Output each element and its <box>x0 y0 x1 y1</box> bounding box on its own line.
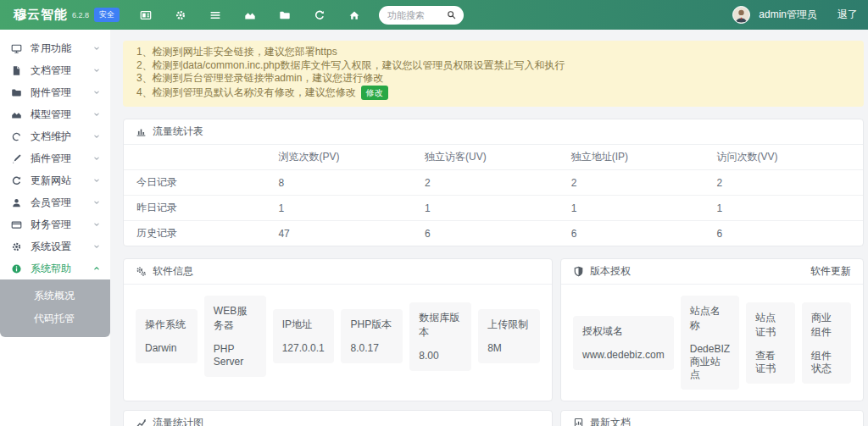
desktop-icon <box>11 43 22 54</box>
version-label: 6.2.8 <box>72 11 89 19</box>
info-label: 操作系统 <box>145 318 188 332</box>
info-label: 站点名称 <box>690 304 730 333</box>
sidebar-item-label: 常用功能 <box>31 41 92 56</box>
chevron-down-icon <box>92 220 101 229</box>
pen-icon <box>11 153 22 164</box>
table-row: 历史记录 47 6 6 6 <box>124 221 863 246</box>
warning-text: 2、检测到data/common.inc.php数据库文件写入权限，建议您以管理… <box>136 59 565 73</box>
table-cell: 2 <box>704 170 863 196</box>
sidebar: 常用功能 文档管理 附件管理 模型管理 文档维护 插件管理 <box>0 30 110 426</box>
table-header-cell: 访问次数(VV) <box>704 145 863 170</box>
gears-icon <box>136 266 147 277</box>
sidebar-item-label: 财务管理 <box>31 218 92 232</box>
license-body: 授权域名 www.dedebiz.com 站点名称 DedeBIZ商业站点 站点… <box>561 285 863 401</box>
row-label: 昨日记录 <box>124 196 265 221</box>
sidebar-item-system-overview[interactable]: 系统概况 <box>0 285 110 307</box>
software-info-body: 操作系统 Darwin WEB服务器 PHP Server IP地址 127.0… <box>124 285 552 388</box>
search-icon[interactable] <box>447 10 456 19</box>
sidebar-item-members[interactable]: 会员管理 <box>0 191 110 213</box>
sidebar-item-update-site[interactable]: 更新网站 <box>0 169 110 191</box>
sidebar-item-code-hosting[interactable]: 代码托管 <box>0 307 110 330</box>
sidebar-item-documents[interactable]: 文档管理 <box>0 59 110 81</box>
panel-icon[interactable] <box>140 9 152 21</box>
sidebar-item-settings[interactable]: 系统设置 <box>0 235 110 257</box>
info-value: 8.0.17 <box>350 342 393 355</box>
logout-link[interactable]: 退了 <box>837 8 858 22</box>
card-title: 流量统计表 <box>153 124 203 139</box>
line-chart-icon <box>136 418 147 426</box>
sidebar-item-label: 附件管理 <box>31 86 92 100</box>
table-cell: 6 <box>412 221 559 246</box>
security-badge[interactable]: 安全 <box>94 8 120 22</box>
sidebar-item-attachments[interactable]: 附件管理 <box>0 81 110 103</box>
area-chart-icon <box>11 109 22 120</box>
table-cell: 6 <box>559 221 704 246</box>
top-header: 穆云智能 6.2.8 安全 admin管理员 退了 <box>0 0 868 30</box>
license-box-sitename: 站点名称 DedeBIZ商业站点 <box>681 296 739 390</box>
info-box-os: 操作系统 Darwin <box>136 309 198 363</box>
folder-icon[interactable] <box>279 9 291 21</box>
info-label: WEB服务器 <box>214 304 257 333</box>
home-icon[interactable] <box>348 9 360 21</box>
software-info-card: 软件信息 操作系统 Darwin WEB服务器 PHP Server IP地址 … <box>123 258 553 401</box>
credit-card-icon <box>11 219 22 230</box>
header-toolbar <box>140 9 360 21</box>
table-cell: 1 <box>559 196 704 221</box>
warning-line: 3、检测到后台管理登录链接带admin，建议您进行修改 <box>136 72 850 86</box>
info-label: IP地址 <box>282 318 326 332</box>
table-cell: 1 <box>265 196 412 221</box>
sidebar-item-label: 系统帮助 <box>31 262 92 276</box>
shield-icon <box>573 266 584 277</box>
refresh-icon <box>11 175 22 186</box>
info-label: 商业组件 <box>811 311 842 340</box>
chevron-down-icon <box>92 198 101 207</box>
sidebar-item-label: 插件管理 <box>31 152 92 166</box>
refresh-icon[interactable] <box>314 9 326 21</box>
info-box-php: PHP版本 8.0.17 <box>341 309 403 363</box>
warning-line: 1、检测到网址非安全链接，建议您部署https <box>136 46 850 59</box>
card-title: 流量统计图 <box>153 416 203 426</box>
sidebar-item-label: 文档管理 <box>31 64 92 78</box>
sidebar-item-finance[interactable]: 财务管理 <box>0 213 110 235</box>
sidebar-item-common[interactable]: 常用功能 <box>0 37 110 59</box>
ring-icon <box>11 131 22 142</box>
card-header: 最新文档 <box>561 411 863 426</box>
info-value: 8M <box>487 342 531 355</box>
gear-icon[interactable] <box>175 9 186 21</box>
table-cell: 6 <box>704 221 863 246</box>
sidebar-item-plugins[interactable]: 插件管理 <box>0 147 110 169</box>
sidebar-item-maintenance[interactable]: 文档维护 <box>0 125 110 147</box>
area-chart-icon[interactable] <box>244 9 256 21</box>
card-header: 软件信息 <box>124 259 552 285</box>
gear-icon <box>11 241 22 252</box>
info-value: PHP Server <box>214 343 257 368</box>
sidebar-item-label: 文档维护 <box>31 130 92 144</box>
traffic-table: 浏览次数(PV) 独立访客(UV) 独立地址(IP) 访问次数(VV) 今日记录… <box>124 145 863 246</box>
table-header-row: 浏览次数(PV) 独立访客(UV) 独立地址(IP) 访问次数(VV) <box>124 145 863 170</box>
function-search[interactable] <box>379 6 464 25</box>
info-value: 127.0.0.1 <box>282 342 326 355</box>
search-input[interactable] <box>387 10 447 20</box>
table-cell: 2 <box>412 170 559 196</box>
info-value: www.dedebiz.com <box>582 349 665 362</box>
view-cert-link[interactable]: 查看证书 <box>755 350 786 375</box>
sidebar-item-models[interactable]: 模型管理 <box>0 103 110 125</box>
fix-button[interactable]: 修改 <box>361 86 388 101</box>
software-update-link[interactable]: 软件更新 <box>810 264 851 279</box>
menu-icon[interactable] <box>209 9 221 21</box>
user-avatar[interactable] <box>732 6 750 24</box>
table-cell: 1 <box>412 196 559 221</box>
sidebar-item-label: 系统设置 <box>31 240 92 254</box>
component-status-link[interactable]: 组件状态 <box>811 350 842 375</box>
chevron-down-icon <box>92 154 101 163</box>
table-cell: 47 <box>265 221 412 246</box>
info-label: 授权域名 <box>582 324 665 339</box>
info-label: 上传限制 <box>487 318 531 332</box>
sidebar-item-help[interactable]: 系统帮助 <box>0 257 110 279</box>
info-label: 数据库版本 <box>419 311 462 340</box>
license-card: 版本授权 软件更新 授权域名 www.dedebiz.com 站点名称 Dede… <box>560 258 864 401</box>
app-logo: 穆云智能 <box>14 7 68 23</box>
username-label[interactable]: admin管理员 <box>759 8 817 22</box>
warning-text: 1、检测到网址非安全链接，建议您部署https <box>136 46 337 59</box>
card-title: 软件信息 <box>153 264 193 279</box>
